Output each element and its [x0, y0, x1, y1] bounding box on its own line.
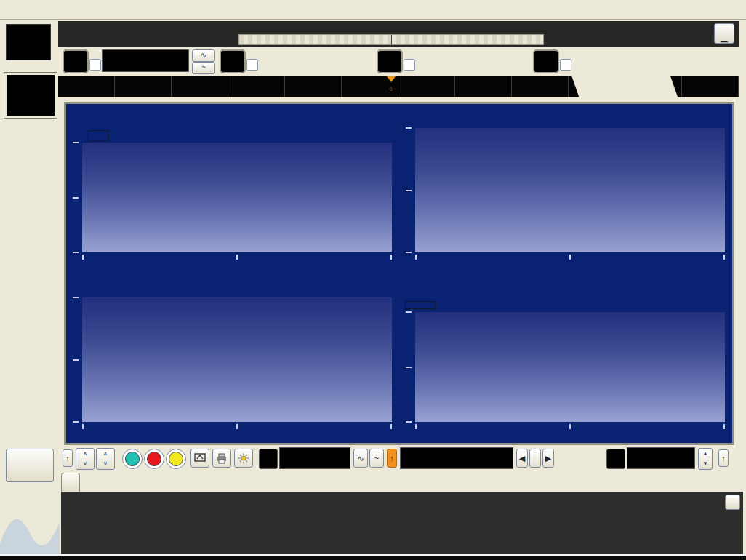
- zero-delay-button[interactable]: [529, 449, 541, 468]
- rjpj-x-axis: [415, 254, 725, 273]
- thumb-list: [3, 73, 58, 118]
- jitter-view-sidebar: [3, 73, 58, 120]
- channel-4-button[interactable]: [533, 49, 559, 73]
- results-tab[interactable]: [61, 473, 80, 492]
- result-row: [63, 495, 163, 507]
- pan-left-icon[interactable]: ◀: [516, 449, 528, 468]
- composite-legend: [88, 128, 399, 143]
- jitter-results-window: [64, 102, 734, 445]
- waveform-export-icon[interactable]: [190, 449, 209, 468]
- scroll-up-icon[interactable]: ↑: [63, 449, 73, 467]
- rjpj-plot: [415, 128, 725, 252]
- channel-row: ∿ ~: [58, 47, 739, 76]
- bathtub-cell: [399, 273, 732, 443]
- bottom-strip: [0, 554, 746, 560]
- channel-2-button[interactable]: [220, 49, 246, 73]
- timebase-scale-display[interactable]: [279, 447, 350, 469]
- channel-3-checkbox[interactable]: [404, 59, 415, 71]
- memory-bar-slider[interactable]: [238, 34, 544, 45]
- acquisition-bar: _: [58, 21, 739, 47]
- scale-spinner[interactable]: ∧∨: [96, 448, 115, 470]
- memory-bar-cursor: [391, 35, 392, 44]
- scroll-up-icon-right[interactable]: ↑: [718, 449, 729, 467]
- ddj-plot: [82, 297, 392, 422]
- channel-1-checkbox[interactable]: [89, 59, 101, 71]
- channel-4-checkbox[interactable]: [560, 59, 571, 71]
- ddj-histogram-cell: [66, 273, 399, 443]
- composite-jitter-cell: [66, 104, 399, 273]
- channel-1-button[interactable]: [63, 49, 89, 73]
- rjpj-histogram-cell: [399, 104, 732, 273]
- trigger-label: [606, 449, 625, 469]
- rjpj-title: [399, 109, 732, 128]
- menu-bar: [0, 0, 746, 20]
- jitter-results-panel: [61, 492, 743, 554]
- legend-swatch: [88, 130, 108, 141]
- bathtub-title: [399, 279, 732, 297]
- result-row: [426, 495, 508, 507]
- marker-teal-button[interactable]: [122, 449, 143, 469]
- pan-right-icon[interactable]: ▶: [542, 449, 554, 468]
- composite-jitter-plot: [82, 143, 392, 252]
- minimize-button[interactable]: _: [714, 23, 734, 44]
- ddj-x-axis: [82, 423, 392, 443]
- ddj-title: [66, 279, 399, 297]
- trigger-cross-icon: +: [389, 85, 393, 93]
- legend-swatch: [405, 301, 436, 309]
- waveform-shape-button-bottom[interactable]: ~: [192, 62, 215, 74]
- marker-yellow-button[interactable]: [166, 449, 186, 469]
- trigger-position-marker[interactable]: [387, 76, 396, 82]
- scope-logo-box: [6, 24, 51, 60]
- novtest-watermark: [0, 500, 60, 554]
- results-tabs: [61, 473, 82, 492]
- wave-small-icon[interactable]: ∿: [353, 449, 368, 468]
- brightness-icon[interactable]: [234, 449, 253, 468]
- trigger-level-spinner[interactable]: ▲▼: [698, 448, 713, 470]
- channel-3-button[interactable]: [377, 49, 403, 73]
- wave-small-icon-2[interactable]: ~: [369, 449, 384, 468]
- trigger-arrow-button[interactable]: ↑: [387, 449, 397, 468]
- horizontal-label: [259, 449, 278, 469]
- thumbnail-graph-icon: [7, 75, 55, 116]
- marker-red-button[interactable]: [144, 449, 164, 469]
- timebase-bar[interactable]: +: [58, 76, 739, 97]
- help-button[interactable]: [725, 495, 740, 510]
- waveform-shape-button-top[interactable]: ∿: [192, 49, 215, 62]
- zoom-spinner[interactable]: ∧∨: [76, 448, 95, 470]
- jitter-mode-tab[interactable]: [571, 76, 678, 97]
- more-views-button[interactable]: [6, 449, 54, 482]
- bathtub-plot: [415, 312, 725, 422]
- channel-2-checkbox[interactable]: [246, 59, 258, 71]
- bathtub-x-axis: [415, 423, 725, 443]
- horizontal-toolbar: ↑ ∧∨ ∧∨ ∿ ~ ↑ ◀ ▶ ▲▼ ↑: [58, 445, 746, 473]
- bathtub-legend: [405, 297, 732, 312]
- result-row: [591, 495, 650, 507]
- jitter-view-thumbnail[interactable]: [4, 73, 57, 118]
- composite-x-axis: [82, 254, 392, 273]
- composite-jitter-title: [66, 109, 399, 128]
- sample-rate-memory: [65, 34, 77, 45]
- channel-1-scale-display[interactable]: [102, 49, 189, 72]
- result-row: [265, 495, 352, 507]
- printer-icon[interactable]: [212, 449, 231, 468]
- delay-display[interactable]: [400, 447, 513, 469]
- trigger-level-display[interactable]: [627, 447, 695, 469]
